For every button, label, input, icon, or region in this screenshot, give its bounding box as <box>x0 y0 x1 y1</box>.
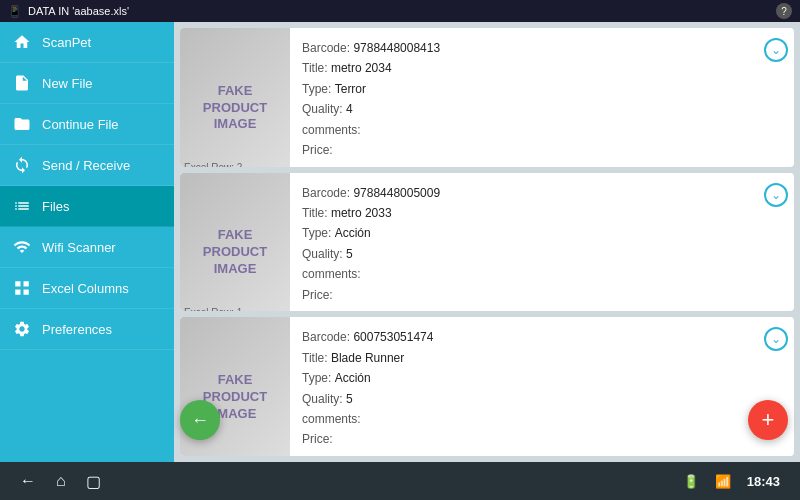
sidebar-item-label: Wifi Scanner <box>42 240 116 255</box>
item-footer-0: Excel Row: 2 — Position in List: 1 / 3 <box>184 162 290 167</box>
help-button[interactable]: ? <box>776 3 792 19</box>
grid-icon <box>12 278 32 298</box>
sidebar-item-scanpet[interactable]: ScanPet <box>0 22 174 63</box>
continue-file-icon <box>12 114 32 134</box>
item-arrow-0[interactable]: ⌄ <box>758 28 794 167</box>
comments-row-0: comments: <box>302 120 746 140</box>
fab-back-button[interactable]: ← <box>180 400 220 440</box>
item-image-0: FAKEPRODUCTIMAGE Excel Row: 2 — Position… <box>180 28 290 167</box>
bottom-nav: ← ⌂ ▢ 🔋 📶 18:43 <box>0 462 800 500</box>
type-row-2: Type: Acción <box>302 368 746 388</box>
battery-icon: 🔋 <box>683 474 699 489</box>
list-item[interactable]: FAKEPRODUCTIMAGE Excel Row: 2 — Position… <box>180 28 794 167</box>
barcode-row-0: Barcode: 9788448008413 <box>302 38 746 58</box>
title-row-1: Title: metro 2033 <box>302 203 746 223</box>
type-row-1: Type: Acción <box>302 223 746 243</box>
comments-row-1: comments: <box>302 264 746 284</box>
sidebar-item-label: ScanPet <box>42 35 91 50</box>
sidebar-item-label: New File <box>42 76 93 91</box>
back-nav-icon[interactable]: ← <box>20 472 36 490</box>
sidebar-item-label: Excel Columns <box>42 281 129 296</box>
sidebar-item-label: Continue File <box>42 117 119 132</box>
new-file-icon <box>12 73 32 93</box>
wifi-icon <box>12 237 32 257</box>
main-area: FAKEPRODUCTIMAGE Excel Row: 2 — Position… <box>174 22 800 462</box>
comments-row-2: comments: <box>302 409 746 429</box>
list-item[interactable]: FAKEPRODUCTIMAGE Excel Row: 1 — Position… <box>180 173 794 312</box>
sidebar: ScanPet New File Continue File Send / Re… <box>0 22 174 462</box>
fake-product-label-1: FAKEPRODUCTIMAGE <box>199 223 271 282</box>
price-row-2: Price: <box>302 429 746 449</box>
home-icon <box>12 32 32 52</box>
sidebar-item-preferences[interactable]: Preferences <box>0 309 174 350</box>
status-bar: 📱 DATA IN 'aabase.xls' ? <box>0 0 800 22</box>
sidebar-item-label: Send / Receive <box>42 158 130 173</box>
sidebar-item-excel-columns[interactable]: Excel Columns <box>0 268 174 309</box>
arrow-circle-1[interactable]: ⌄ <box>764 183 788 207</box>
item-details-2: Barcode: 600753051474 Title: Blade Runne… <box>290 317 758 456</box>
app-container: ScanPet New File Continue File Send / Re… <box>0 22 800 462</box>
sidebar-item-files[interactable]: Files <box>0 186 174 227</box>
list-item[interactable]: FAKEPRODUCTIMAGE Barcode: 600753051474 T… <box>180 317 794 456</box>
phone-icon: 📱 <box>8 5 22 18</box>
sidebar-item-send-receive[interactable]: Send / Receive <box>0 145 174 186</box>
price-row-1: Price: <box>302 285 746 305</box>
bottom-time: 18:43 <box>747 474 780 489</box>
item-image-1: FAKEPRODUCTIMAGE Excel Row: 1 — Position… <box>180 173 290 312</box>
fake-product-label-0: FAKEPRODUCTIMAGE <box>199 79 271 138</box>
sidebar-item-label: Preferences <box>42 322 112 337</box>
nav-icons: ← ⌂ ▢ <box>20 472 101 491</box>
status-title: DATA IN 'aabase.xls' <box>28 5 129 17</box>
status-bar-left: 📱 DATA IN 'aabase.xls' <box>8 5 129 18</box>
sidebar-item-label: Files <box>42 199 69 214</box>
type-row-0: Type: Terror <box>302 79 746 99</box>
price-row-0: Price: <box>302 140 746 160</box>
quality-row-2: Quality: 5 <box>302 389 746 409</box>
fab-add-button[interactable]: + <box>748 400 788 440</box>
sync-icon <box>12 155 32 175</box>
arrow-circle-2[interactable]: ⌄ <box>764 327 788 351</box>
recents-nav-icon[interactable]: ▢ <box>86 472 101 491</box>
barcode-row-2: Barcode: 600753051474 <box>302 327 746 347</box>
status-bar-right: ? <box>776 3 792 19</box>
content-list: FAKEPRODUCTIMAGE Excel Row: 2 — Position… <box>174 22 800 462</box>
item-details-1: Barcode: 9788448005009 Title: metro 2033… <box>290 173 758 312</box>
files-icon <box>12 196 32 216</box>
barcode-row-1: Barcode: 9788448005009 <box>302 183 746 203</box>
quality-row-0: Quality: 4 <box>302 99 746 119</box>
sidebar-item-wifi-scanner[interactable]: Wifi Scanner <box>0 227 174 268</box>
item-footer-1: Excel Row: 1 — Position in List: 2 / 3 <box>184 307 290 312</box>
title-row-2: Title: Blade Runner <box>302 348 746 368</box>
settings-icon <box>12 319 32 339</box>
home-nav-icon[interactable]: ⌂ <box>56 472 66 490</box>
sidebar-item-new-file[interactable]: New File <box>0 63 174 104</box>
arrow-circle-0[interactable]: ⌄ <box>764 38 788 62</box>
title-row-0: Title: metro 2034 <box>302 58 746 78</box>
quality-row-1: Quality: 5 <box>302 244 746 264</box>
item-arrow-1[interactable]: ⌄ <box>758 173 794 312</box>
wifi-status-icon: 📶 <box>715 474 731 489</box>
item-details-0: Barcode: 9788448008413 Title: metro 2034… <box>290 28 758 167</box>
sidebar-item-continue-file[interactable]: Continue File <box>0 104 174 145</box>
